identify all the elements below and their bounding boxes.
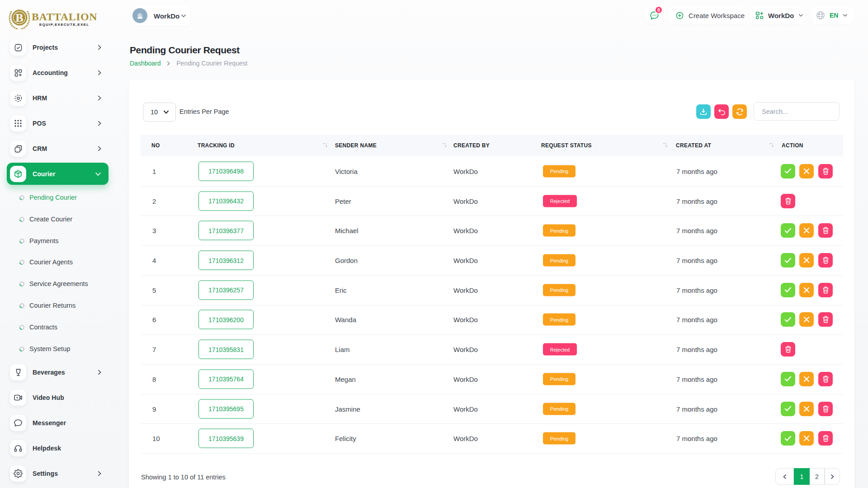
svg-text:B: B: [15, 11, 23, 24]
